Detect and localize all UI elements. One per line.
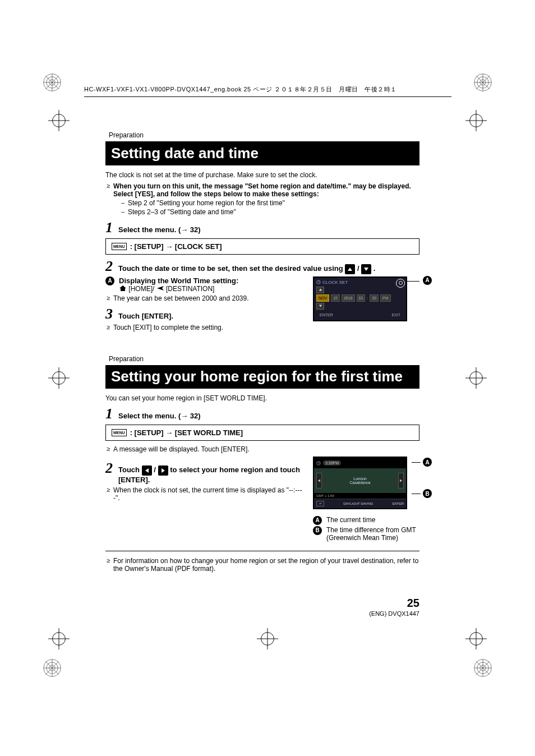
right-arrow-icon	[158, 465, 168, 476]
arrow-right-icon: →	[181, 412, 188, 420]
step-2: 2 Touch the date or time to be set, then…	[105, 259, 419, 274]
arrow-right-icon: →	[181, 225, 188, 234]
breadcrumb: Preparation	[109, 355, 419, 363]
legend-b-text-1: The time difference from GMT	[326, 526, 416, 534]
step-number: 1	[105, 407, 113, 421]
clock-cell-ampm[interactable]: PM	[380, 294, 391, 302]
step-3: 3 Touch [ENTER].	[105, 307, 302, 321]
callout-a-pointer: A	[412, 458, 432, 467]
world-city-2: Casablanca	[350, 481, 371, 485]
daylight-saving-button[interactable]: DAYLIGHT SAVING	[343, 502, 373, 505]
page-code: (ENG) DVQX1447	[105, 610, 419, 617]
step-number: 2	[105, 461, 113, 476]
registration-mark	[48, 110, 70, 131]
step-number: 3	[105, 307, 113, 321]
legend-a-text: The current time	[326, 516, 375, 524]
clock-enter-button[interactable]: ENTER	[320, 313, 333, 317]
clock-cell-hour[interactable]: 03	[357, 294, 366, 302]
clock-up-button[interactable]	[316, 287, 324, 293]
registration-rosette	[473, 658, 492, 677]
clock-set-screenshot: CLOCK SET NOV 15 2018 03 : 30 PM	[313, 276, 407, 321]
message-note: A message will be displayed. Touch [ENTE…	[107, 445, 419, 453]
registration-mark	[48, 367, 70, 389]
note-bold: When you turn on this unit, the message …	[113, 182, 411, 198]
world-time-indicator-icon	[396, 279, 405, 288]
step-1: 1 Select the menu. (→ 32)	[105, 407, 419, 421]
header-book-line: HC-WXF1-VXF1-VX1-V800PP-DVQX1447_eng.boo…	[84, 85, 397, 94]
clock-down-button[interactable]	[316, 303, 324, 310]
registration-mark	[465, 110, 487, 131]
legend-b-badge: B	[313, 526, 322, 535]
registration-mark	[465, 367, 487, 389]
clock-cell-month[interactable]: NOV	[316, 294, 329, 302]
step-1-text: Select the menu. (→ 32)	[118, 225, 201, 234]
registration-mark	[48, 628, 70, 649]
note-turn-on: When you turn on this unit, the message …	[107, 182, 419, 216]
menu-path: : [SETUP] → [SET WORLD TIME]	[130, 428, 243, 437]
page-number: 25	[105, 597, 419, 610]
legend-a-badge: A	[313, 516, 322, 525]
step-2: 2 Touch / to select your home region and…	[105, 461, 304, 485]
up-arrow-icon	[345, 264, 355, 274]
world-time-screenshot: 3:30PM London Casablanca GMT + 1:00	[313, 457, 407, 509]
step-2-text: Touch the date or time to be set, then s…	[118, 264, 375, 274]
page-title: Setting your home region for the first t…	[105, 365, 419, 389]
registration-rosette	[43, 73, 62, 92]
step-number: 1	[105, 220, 113, 235]
menu-icon: MENU	[112, 243, 127, 250]
clock-cell-day[interactable]: 15	[331, 294, 340, 302]
clock-exit-button[interactable]: EXIT	[391, 313, 400, 317]
registration-rosette	[43, 658, 62, 677]
current-time-badge: 3:30PM	[323, 460, 341, 465]
world-next-button[interactable]	[398, 473, 404, 488]
down-arrow-icon	[361, 264, 371, 274]
return-icon[interactable]	[316, 501, 324, 506]
step-3-text: Touch [ENTER].	[118, 312, 173, 320]
step-number: 2	[105, 259, 113, 274]
menu-icon: MENU	[112, 429, 127, 436]
left-arrow-icon	[142, 465, 152, 476]
menu-path-box: MENU : [SETUP] → [CLOCK SET]	[105, 238, 419, 255]
header-rule	[84, 96, 451, 97]
world-enter-button[interactable]: ENTER	[393, 502, 404, 505]
clock-cell-year[interactable]: 2018	[342, 294, 355, 302]
callout-a-title: Displaying the World Time setting:	[119, 276, 238, 285]
callout-a-badge: A	[105, 276, 114, 285]
step-1-text: Select the menu. (→ 32)	[118, 412, 201, 420]
clock-value-row: NOV 15 2018 03 : 30 PM	[316, 294, 404, 302]
registration-rosette	[473, 73, 492, 92]
page-title: Setting date and time	[105, 141, 419, 165]
substep-date-time: Steps 2–3 of "Setting date and time"	[121, 208, 419, 216]
legend: AThe current time BThe time difference f…	[313, 516, 419, 542]
registration-mark	[257, 628, 278, 649]
gmt-offset: GMT + 1:00	[316, 494, 334, 497]
world-city-1: London	[350, 477, 371, 481]
clock-not-set-note: When the clock is not set, the current t…	[107, 486, 304, 502]
intro-text: You can set your home region in [SET WOR…	[105, 394, 419, 402]
legend-b-text-2: (Greenwich Mean Time)	[326, 534, 416, 542]
year-range-note: The year can be set between 2000 and 203…	[107, 294, 302, 302]
section-setting-home-region: Preparation Setting your home region for…	[105, 355, 419, 573]
clock-cell-min[interactable]: 30	[370, 294, 379, 302]
section-setting-date-time: Preparation Setting date and time The cl…	[105, 131, 419, 333]
home-icon	[119, 285, 127, 293]
breadcrumb: Preparation	[109, 131, 419, 139]
clock-icon	[316, 459, 321, 467]
callout-b-pointer: B	[412, 489, 432, 499]
intro-text: The clock is not set at the time of purc…	[105, 171, 419, 179]
clock-icon	[316, 280, 321, 285]
step-1: 1 Select the menu. (→ 32)	[105, 220, 419, 235]
menu-path-box: MENU : [SETUP] → [SET WORLD TIME]	[105, 425, 419, 441]
divider	[105, 551, 419, 551]
clock-screen-title: CLOCK SET	[316, 280, 404, 285]
callout-a-row: A Displaying the World Time setting: [HO…	[105, 276, 302, 293]
menu-path: : [SETUP] → [CLOCK SET]	[130, 242, 222, 251]
step-2-text: Touch / to select your home region and t…	[118, 465, 304, 484]
callout-leader-line	[406, 281, 419, 282]
footer-note: For information on how to change your ho…	[107, 557, 419, 573]
exit-note: Touch [EXIT] to complete the setting.	[107, 324, 302, 331]
world-map: London Casablanca	[314, 468, 406, 493]
world-prev-button[interactable]	[316, 473, 322, 488]
registration-mark	[465, 628, 487, 649]
world-time-options: [HOME]/ [DESTINATION]	[119, 285, 238, 293]
